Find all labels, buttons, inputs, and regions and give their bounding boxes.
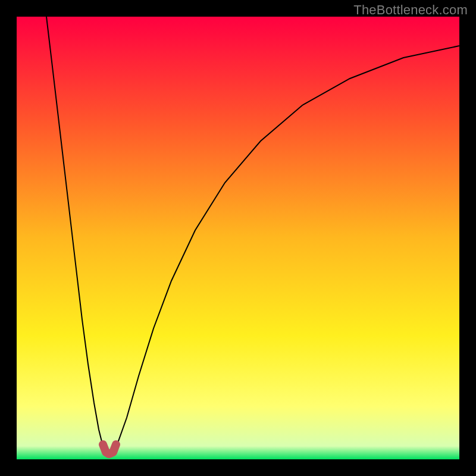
plot-area bbox=[17, 17, 459, 459]
watermark-text: TheBottleneck.com bbox=[353, 2, 468, 18]
chart-frame: TheBottleneck.com bbox=[0, 0, 476, 476]
bottleneck-curve bbox=[17, 17, 459, 459]
